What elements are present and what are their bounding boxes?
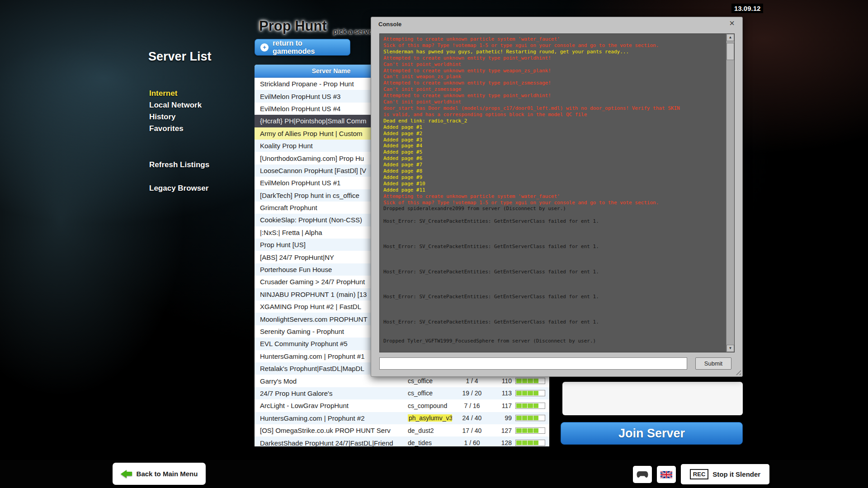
server-map: cs_compound <box>408 402 452 409</box>
console-line: Attempted to create unknown entity type … <box>383 55 722 61</box>
console-window[interactable]: Console × Attempting to create unknown p… <box>371 17 743 377</box>
console-line <box>383 263 722 269</box>
scroll-up-icon[interactable]: ▲ <box>726 34 734 41</box>
server-name: [OS] OmegaStrike.co.uk PROP HUNT Serv <box>255 427 408 434</box>
page-title: Server List <box>148 50 212 64</box>
console-line: Host_Error: SV_CreatePacketEntities: Get… <box>383 319 722 325</box>
console-line: Attempted to create unknown entity type … <box>383 93 722 99</box>
console-line: Sick of this map? Type !votemap 1-5 or t… <box>383 200 722 206</box>
ping-bar-icon <box>515 403 545 409</box>
console-scrollbar[interactable]: ▲ ▼ <box>726 34 734 352</box>
console-line: Host_Error: SV_CreatePacketEntities: Get… <box>383 294 722 300</box>
server-name: DarkestShade PropHunt 24/7|FastDL|Friend <box>255 439 408 446</box>
server-row[interactable]: HuntersGaming.com | Prophunt #2ph_asylum… <box>255 412 549 424</box>
console-line: Attempted to create unknown entity type … <box>383 80 722 86</box>
server-players: 7 / 16 <box>452 402 492 409</box>
console-line: Added page #11 <box>383 187 722 193</box>
back-label: Back to Main Menu <box>137 470 198 478</box>
recording-button[interactable]: REC Stop it Slender <box>681 464 769 484</box>
sidebar-actions-refresh: Refresh Listings <box>149 159 209 171</box>
console-line: Added page #3 <box>383 137 722 143</box>
server-name: Garry's Mod <box>255 377 408 385</box>
server-row[interactable]: [OS] OmegaStrike.co.uk PROP HUNT Servde_… <box>255 424 549 436</box>
console-line: Host_Error: SV_CreatePacketEntities: Get… <box>383 218 722 225</box>
server-players: 24 / 40 <box>452 414 492 422</box>
console-line: Added page #10 <box>383 181 722 187</box>
resize-grip[interactable] <box>734 368 741 375</box>
server-map: de_tides <box>408 439 452 446</box>
console-line: Dead end link: radio_track_2 <box>383 118 722 124</box>
sidebar-action-legacy-browser[interactable]: Legacy Browser <box>149 183 208 194</box>
sidebar-item-history[interactable]: History <box>149 111 202 123</box>
server-players: 19 / 20 <box>452 389 492 397</box>
server-map: cs_office <box>408 377 452 385</box>
console-line <box>383 275 722 281</box>
gamemode-title: Prop Hunt <box>259 18 327 34</box>
uk-flag-icon <box>660 471 672 479</box>
console-line <box>383 313 722 319</box>
console-line <box>383 300 722 306</box>
sidebar-item-local-network[interactable]: Local Network <box>149 99 202 111</box>
console-line <box>383 281 722 287</box>
scroll-down-icon[interactable]: ▼ <box>726 345 734 352</box>
back-arrow-icon <box>121 470 132 478</box>
console-input[interactable] <box>379 357 687 370</box>
gamemode-subtitle: pick a server <box>333 28 375 35</box>
server-row[interactable]: ArcLight - LowGrav PropHuntcs_compound7 … <box>255 399 549 412</box>
console-line: Added page #5 <box>383 149 722 155</box>
gamepad-icon <box>637 471 648 478</box>
console-line <box>383 250 722 256</box>
console-line: Slenderman has pwned you guys, pathetic!… <box>383 49 722 55</box>
close-icon[interactable]: × <box>727 18 737 28</box>
console-line: Sick of this map? Type !votemap 1-5 or t… <box>383 42 722 49</box>
server-ping: 113 <box>492 389 512 397</box>
server-map: ph_asylumv_v3 <box>408 414 452 422</box>
server-players: 1 / 4 <box>452 377 492 385</box>
language-button[interactable] <box>657 466 676 483</box>
console-line: Added page #4 <box>383 143 722 149</box>
submit-button[interactable]: Submit <box>695 357 731 370</box>
sidebar-item-internet[interactable]: Internet <box>149 88 202 99</box>
console-line: Host_Error: SV_CreatePacketEntities: Get… <box>383 244 722 250</box>
console-line: Attempted to create unknown entity type … <box>383 68 722 74</box>
console-line <box>383 306 722 313</box>
console-line: Can't init point_zsmessage <box>383 86 722 93</box>
server-map: de_dust2 <box>408 427 452 434</box>
rec-badge: REC <box>690 469 708 479</box>
console-line: Can't init weapon_zs_plank <box>383 74 722 80</box>
console-line <box>383 225 722 231</box>
join-server-button[interactable]: Join Server <box>561 422 743 445</box>
server-name: ArcLight - LowGrav PropHunt <box>255 402 408 409</box>
server-name: HuntersGaming.com | Prophunt #2 <box>255 414 408 422</box>
sidebar-nav: InternetLocal NetworkHistoryFavorites <box>149 88 202 135</box>
console-line <box>383 325 722 332</box>
screen: 13.09.12 Server List InternetLocal Netwo… <box>0 0 868 488</box>
server-ping: 110 <box>492 377 512 385</box>
sidebar-action-refresh-listings[interactable]: Refresh Listings <box>149 159 209 171</box>
back-to-main-menu-button[interactable]: Back to Main Menu <box>113 463 206 485</box>
server-ping: 99 <box>492 414 512 422</box>
console-line <box>383 237 722 244</box>
ping-bar-icon <box>515 427 545 434</box>
console-line: Can't init point_worldhint <box>383 61 722 68</box>
sidebar-item-favorites[interactable]: Favorites <box>149 123 202 135</box>
ping-bar-icon <box>515 390 545 396</box>
server-players: 17 / 40 <box>452 427 492 434</box>
scrollbar-thumb[interactable] <box>726 43 734 60</box>
server-map: cs_office <box>408 389 452 397</box>
console-output: Attempting to create unknown particle sy… <box>379 33 735 352</box>
server-ping: 128 <box>492 439 512 446</box>
ping-bar-icon <box>515 440 545 446</box>
console-log: Attempting to create unknown particle sy… <box>383 36 722 350</box>
ping-bar-icon <box>515 378 545 384</box>
console-line: is valid, and has a corresponding option… <box>383 112 722 118</box>
console-line: Attempting to create unknown particle sy… <box>383 36 722 42</box>
return-to-gamemodes-button[interactable]: + return to gamemodes <box>255 39 350 56</box>
console-line: Added page #6 <box>383 155 722 162</box>
console-line: Dropped Tyler_VGFTW1999_FocusedSphere fr… <box>383 338 722 344</box>
gamepad-button[interactable] <box>633 466 652 483</box>
console-title: Console <box>378 21 401 28</box>
server-row[interactable]: DarkestShade PropHunt 24/7|FastDL|Friend… <box>255 436 549 446</box>
server-row[interactable]: 24/7 Prop Hunt Galore'scs_office19 / 201… <box>255 387 549 399</box>
console-line: Added page #9 <box>383 174 722 181</box>
